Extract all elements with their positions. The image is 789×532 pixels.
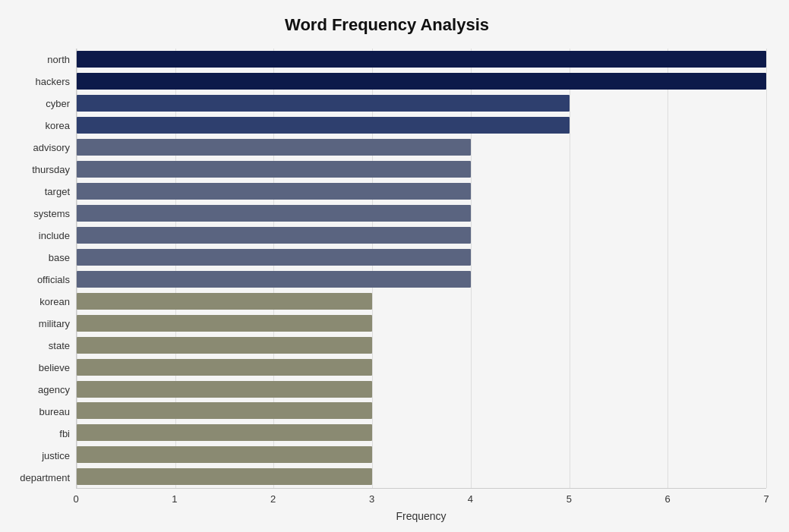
bar-row [77,357,766,377]
x-tick: 0 [73,493,78,505]
chart-title: Word Frequency Analysis [8,15,766,35]
y-label: target [45,182,70,202]
x-axis: 01234567 [76,489,766,507]
grid-line [175,49,176,488]
bar [77,293,372,310]
bar-row [77,71,766,91]
x-tick: 5 [567,493,572,505]
y-label: hackers [35,72,70,92]
y-label: bureau [39,402,70,422]
bar-row [77,467,766,486]
bar [77,139,471,156]
bar-row [77,115,766,135]
bar-row [77,313,766,333]
bar [77,446,372,463]
bar [77,424,372,441]
bar-row [77,401,766,420]
y-label: officials [37,270,70,290]
y-label: justice [42,446,70,466]
x-axis-label: Frequency [76,510,766,522]
bar [77,95,570,112]
y-label: advisory [33,138,70,158]
bar-row [77,335,766,355]
grid-line [77,49,77,488]
y-label: korean [39,292,70,312]
bar [77,117,570,134]
bar-row [77,269,766,289]
bar-row [77,181,766,201]
bar [77,249,471,266]
y-label: cyber [46,94,70,114]
grid-line [570,49,570,488]
chart-area: northhackerscyberkoreaadvisorythursdayta… [8,49,766,489]
grid-line [372,49,373,488]
x-tick: 3 [369,493,374,505]
bar-row [77,379,766,399]
y-label: base [49,248,70,268]
plot-area [76,49,766,489]
bar [77,205,471,222]
grid-line [273,49,274,488]
x-tick: 2 [270,493,276,505]
bar-row [77,247,766,267]
bar-row [77,423,766,442]
bar [77,359,372,376]
grid-line [766,49,767,488]
grid-line [471,49,472,488]
x-tick: 6 [665,493,671,505]
y-label: thursday [32,160,70,180]
bar-row [77,93,766,113]
bar-row [77,203,766,223]
bar-row [77,159,766,179]
y-label: department [20,468,70,488]
y-label: believe [39,358,70,378]
bar-row [77,291,766,311]
y-label: korea [45,116,70,136]
bar-row [77,225,766,245]
y-label: include [39,226,70,246]
bar [77,161,471,178]
chart-container: Word Frequency Analysis northhackerscybe… [0,0,789,532]
x-tick: 7 [763,493,768,505]
y-label: systems [33,204,70,224]
bar [77,271,471,288]
bar-row [77,137,766,157]
bar [77,227,471,244]
y-axis: northhackerscyberkoreaadvisorythursdayta… [8,49,76,489]
bar [77,402,372,419]
y-label: military [39,314,70,334]
bar [77,468,372,485]
bar [77,73,766,90]
y-label: fbi [59,424,70,444]
y-label: agency [38,380,70,400]
x-tick: 4 [468,493,473,505]
bar [77,381,372,398]
bar-row [77,49,766,69]
bar [77,337,372,354]
bar [77,183,471,200]
y-label: north [47,50,70,70]
bar-row [77,445,766,464]
y-label: state [49,336,70,356]
bar [77,315,372,332]
grid-line [667,49,668,488]
bar [77,51,766,68]
x-tick: 1 [172,493,177,505]
